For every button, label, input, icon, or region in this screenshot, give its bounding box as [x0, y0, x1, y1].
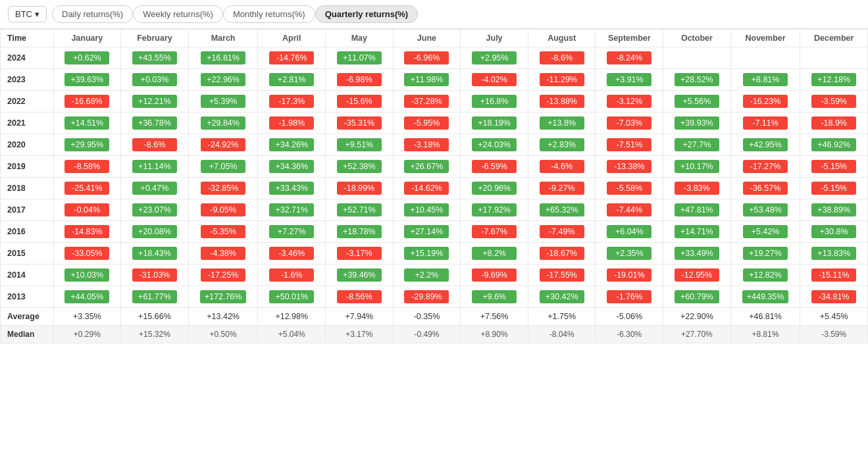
col-header-august: August: [528, 30, 596, 47]
median-cell: +0.29%: [53, 326, 121, 343]
tab-btn-2[interactable]: Monthly returns(%): [223, 5, 315, 23]
data-cell: +65.32%: [528, 199, 596, 221]
data-cell: +27.7%: [663, 134, 731, 156]
data-cell: -14.83%: [53, 221, 121, 243]
data-cell: -4.6%: [528, 156, 596, 178]
data-cell: -34.81%: [800, 286, 868, 308]
data-cell: +172.76%: [188, 286, 258, 308]
data-cell: -6.98%: [326, 69, 394, 91]
data-cell: -5.15%: [800, 156, 868, 178]
data-cell: -8.58%: [53, 156, 121, 178]
data-cell: +2.83%: [528, 134, 596, 156]
data-cell: +20.08%: [121, 221, 189, 243]
data-cell: +61.77%: [121, 286, 189, 308]
data-cell: +19.27%: [730, 243, 800, 265]
data-cell: +42.95%: [730, 134, 800, 156]
median-cell: -0.49%: [393, 326, 461, 343]
col-header-july: July: [461, 30, 528, 47]
average-cell: -5.06%: [596, 308, 663, 326]
data-cell: +23.07%: [121, 199, 189, 221]
data-cell: -7.49%: [528, 221, 596, 243]
tab-btn-0[interactable]: Daily returns(%): [52, 5, 133, 23]
data-cell: -8.6%: [121, 134, 189, 156]
data-cell: -9.27%: [528, 178, 596, 199]
data-cell: -14.76%: [258, 47, 326, 69]
data-cell: -7.67%: [461, 221, 528, 243]
data-cell: -19.01%: [596, 265, 663, 286]
year-cell: 2017: [1, 199, 54, 221]
data-cell: -16.68%: [53, 91, 121, 113]
average-cell: +7.56%: [461, 308, 528, 326]
median-cell: +5.04%: [258, 326, 326, 343]
data-cell: +6.04%: [596, 221, 663, 243]
col-header-october: October: [663, 30, 731, 47]
data-cell: -25.41%: [53, 178, 121, 199]
data-cell: -17.55%: [528, 265, 596, 286]
table-row: 2024+0.62%+43.55%+16.81%-14.76%+11.07%-6…: [1, 47, 868, 69]
tab-btn-1[interactable]: Weekly returns(%): [133, 5, 223, 23]
data-cell: +7.27%: [258, 221, 326, 243]
data-cell: +18.19%: [461, 113, 528, 134]
average-cell: +12.98%: [258, 308, 326, 326]
data-cell: +0.62%: [53, 47, 121, 69]
table-wrap: TimeJanuaryFebruaryMarchAprilMayJuneJuly…: [0, 29, 868, 343]
data-cell: -5.15%: [800, 178, 868, 199]
data-cell: -17.3%: [258, 91, 326, 113]
data-cell: +29.84%: [188, 113, 258, 134]
median-cell: +15.32%: [121, 326, 189, 343]
data-cell: +39.46%: [326, 265, 394, 286]
data-cell: -3.12%: [596, 91, 663, 113]
data-cell: -7.51%: [596, 134, 663, 156]
data-cell: -3.18%: [393, 134, 461, 156]
year-cell: 2015: [1, 243, 54, 265]
data-cell: -6.96%: [393, 47, 461, 69]
data-cell: -18.67%: [528, 243, 596, 265]
tab-btn-3[interactable]: Quarterly returns(%): [315, 5, 418, 23]
app-container: BTC ▾ Daily returns(%)Weekly returns(%)M…: [0, 0, 868, 456]
data-cell: +8.81%: [730, 69, 800, 91]
year-cell: 2013: [1, 286, 54, 308]
data-cell: -12.95%: [663, 265, 731, 286]
data-cell: +14.51%: [53, 113, 121, 134]
data-cell: -3.17%: [326, 243, 394, 265]
data-cell: -7.44%: [596, 199, 663, 221]
median-cell: +3.17%: [326, 326, 394, 343]
table-row: 2015-33.05%+18.43%-4.38%-3.46%-3.17%+15.…: [1, 243, 868, 265]
table-row: 2014+10.03%-31.03%-17.25%-1.6%+39.46%+2.…: [1, 265, 868, 286]
year-cell: 2014: [1, 265, 54, 286]
data-cell: +9.51%: [326, 134, 394, 156]
median-cell: +8.81%: [730, 326, 800, 343]
data-cell: +34.26%: [258, 134, 326, 156]
data-cell: +15.19%: [393, 243, 461, 265]
data-cell: +18.78%: [326, 221, 394, 243]
data-cell: +38.89%: [800, 199, 868, 221]
average-label: Average: [1, 308, 54, 326]
data-cell: -31.03%: [121, 265, 189, 286]
data-cell: +3.91%: [596, 69, 663, 91]
data-cell: +16.8%: [461, 91, 528, 113]
data-cell: -15.6%: [326, 91, 394, 113]
data-cell: +9.6%: [461, 286, 528, 308]
median-cell: -6.30%: [596, 326, 663, 343]
average-cell: +13.42%: [188, 308, 258, 326]
data-cell: -16.23%: [730, 91, 800, 113]
year-cell: 2024: [1, 47, 54, 69]
average-cell: +46.81%: [730, 308, 800, 326]
average-row: Average+3.35%+15.66%+13.42%+12.98%+7.94%…: [1, 308, 868, 326]
data-cell: -5.95%: [393, 113, 461, 134]
data-cell: -33.05%: [53, 243, 121, 265]
data-cell: +34.36%: [258, 156, 326, 178]
data-cell: +44.05%: [53, 286, 121, 308]
asset-selector[interactable]: BTC ▾: [8, 6, 47, 22]
data-cell: +7.05%: [188, 156, 258, 178]
data-cell: +13.83%: [800, 243, 868, 265]
data-cell: [800, 47, 868, 69]
average-cell: +5.45%: [800, 308, 868, 326]
data-cell: -1.98%: [258, 113, 326, 134]
data-cell: -32.85%: [188, 178, 258, 199]
table-row: 2013+44.05%+61.77%+172.76%+50.01%-8.56%-…: [1, 286, 868, 308]
median-cell: -3.59%: [800, 326, 868, 343]
year-cell: 2023: [1, 69, 54, 91]
data-cell: -5.58%: [596, 178, 663, 199]
data-cell: +18.43%: [121, 243, 189, 265]
